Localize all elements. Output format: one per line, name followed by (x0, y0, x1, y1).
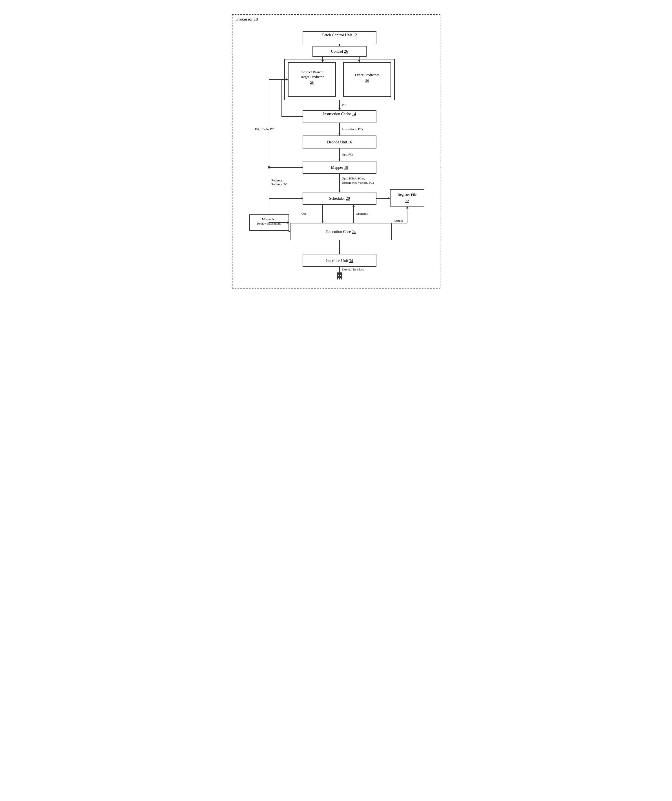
svg-marker-48 (338, 190, 341, 192)
svg-marker-45 (338, 159, 341, 161)
svg-text:Ops, PCs: Ops, PCs (342, 153, 353, 156)
svg-text:Dependency Vectors, PCs: Dependency Vectors, PCs (342, 181, 374, 184)
svg-marker-77 (352, 204, 355, 207)
svg-text:External Interface: External Interface (342, 268, 364, 271)
svg-marker-85 (338, 252, 341, 254)
svg-text:Indirect Branch: Indirect Branch (301, 70, 323, 74)
svg-text:Mapper 18: Mapper 18 (331, 166, 348, 170)
svg-text:Decode Unit 16: Decode Unit 16 (327, 140, 352, 144)
svg-text:Redirect,: Redirect, (271, 179, 283, 182)
svg-rect-5 (288, 63, 336, 97)
svg-marker-28 (338, 44, 341, 46)
svg-text:22: 22 (405, 199, 409, 203)
svg-text:Execution Core 24: Execution Core 24 (326, 230, 355, 234)
svg-text:Redirect_PC: Redirect_PC (271, 183, 287, 186)
svg-text:Target Predictor: Target Predictor (300, 75, 324, 79)
svg-text:Other Predictors: Other Predictors (355, 73, 379, 77)
svg-text:Results: Results (394, 219, 403, 222)
svg-text:Fetch Control Unit 12: Fetch Control Unit 12 (322, 33, 357, 37)
diagram-svg: Fetch Control Unit 12 Control 26 Indirec… (241, 26, 438, 280)
svg-marker-37 (338, 134, 341, 136)
svg-text:28: 28 (310, 80, 313, 85)
svg-marker-34 (338, 108, 341, 111)
processor-label: Processor 10 (236, 17, 258, 22)
svg-marker-56 (301, 197, 303, 199)
svg-marker-86 (338, 240, 341, 242)
svg-marker-52 (388, 197, 390, 199)
svg-text:Operands: Operands (356, 212, 368, 215)
svg-rect-20 (390, 189, 424, 206)
svg-text:Interface Unit 34: Interface Unit 34 (326, 259, 353, 263)
svg-text:30: 30 (365, 78, 369, 82)
svg-text:Ops: Ops (301, 212, 307, 215)
svg-text:Scheduler 20: Scheduler 20 (329, 196, 350, 201)
processor-box: Processor 10 Fetch Control Unit 12 Contr… (232, 14, 440, 288)
svg-text:Control 26: Control 26 (331, 49, 348, 53)
svg-marker-74 (322, 221, 324, 223)
svg-marker-63 (301, 166, 303, 169)
svg-text:Instructions, PCs: Instructions, PCs (342, 127, 363, 131)
svg-text:Register File: Register File (397, 193, 416, 197)
svg-text:Instruction Cache 14: Instruction Cache 14 (323, 112, 356, 116)
svg-text:PC: PC (342, 103, 346, 107)
processor-number: 10 (254, 17, 258, 21)
svg-text:Hit, ICache PC: Hit, ICache PC (255, 127, 274, 131)
svg-text:Ops, SCH#, SO#s,: Ops, SCH#, SO#s, (342, 177, 365, 180)
